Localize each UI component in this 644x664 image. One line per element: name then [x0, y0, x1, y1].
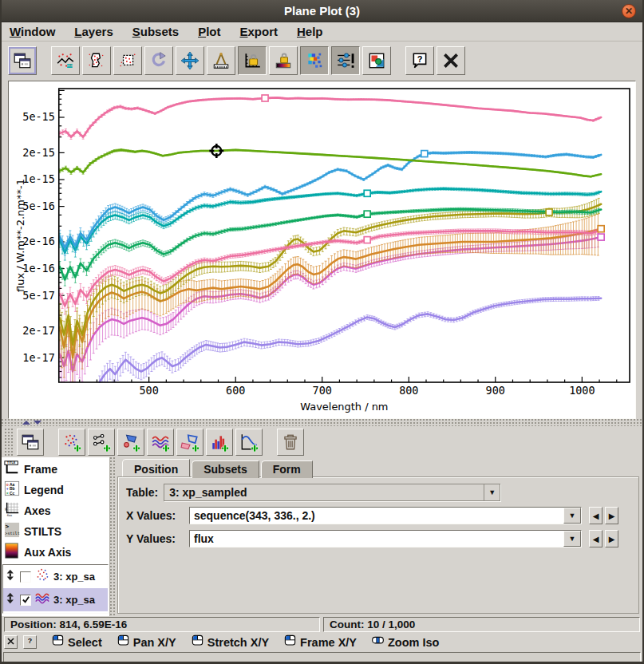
layers-toolbar — [2, 426, 642, 457]
control-item-legend[interactable]: o Aa+ Bb× CcLegend — [2, 480, 109, 500]
titlebar[interactable]: Plane Plot (3) ✕ — [2, 0, 642, 22]
window-close-button[interactable]: ✕ — [622, 4, 636, 18]
export-image-button[interactable] — [362, 46, 391, 75]
svg-text:1e-15: 1e-15 — [22, 172, 54, 185]
mouse-hint-pan-x-y: Pan X/Y — [117, 634, 176, 650]
panel-divider[interactable] — [110, 457, 116, 616]
toolbar-handle[interactable] — [5, 429, 14, 456]
axis-lock-button[interactable] — [238, 46, 267, 75]
layer-visible-checkbox[interactable] — [20, 571, 31, 583]
sketch-button[interactable] — [331, 46, 360, 75]
layer-detail-panel: Position Subsets Form Table: 3: xp_sampl… — [116, 457, 642, 616]
y-values-label: Y Values: — [126, 532, 184, 545]
menu-subsets[interactable]: Subsets — [132, 25, 179, 38]
svg-text:ñxx: ñxx — [7, 513, 12, 517]
tab-subsets[interactable]: Subsets — [192, 460, 259, 478]
mouse-hint-stretch-x-y: Stretch X/Y — [192, 634, 269, 650]
control-item-label: Legend — [24, 484, 64, 496]
rotate-icon — [149, 51, 168, 70]
close-window-button[interactable] — [437, 46, 465, 75]
control-item-axes[interactable]: ñxxŷAxes — [2, 500, 109, 521]
layer-updown-icon[interactable] — [5, 569, 17, 584]
delete-layer-button[interactable] — [277, 429, 304, 456]
y-values-value: flux — [190, 531, 563, 547]
y-values-input[interactable]: flux ▼ — [189, 530, 582, 547]
chevron-down-icon[interactable]: ▼ — [563, 531, 581, 547]
control-item-aux-axis[interactable]: Aux Axis — [2, 542, 109, 563]
hints-help-button[interactable]: ? — [23, 635, 37, 649]
y-next-column-button[interactable]: ▶ — [605, 530, 618, 547]
plot-window-icon — [21, 433, 40, 452]
control-item-frame[interactable]: TITLEFrame — [2, 459, 109, 480]
mouse-hints-bar: ?SelectPan X/YStretch X/YFrame X/YZoom I… — [2, 633, 642, 651]
menu-window[interactable]: Window — [10, 25, 55, 38]
count-readout: Count: 10 / 1,000 — [323, 617, 640, 632]
mouse-left-icon — [192, 634, 203, 650]
tab-form[interactable]: Form — [261, 460, 313, 478]
svg-text:800: 800 — [399, 384, 418, 397]
measure-button[interactable] — [207, 46, 235, 75]
svg-text:2e-15: 2e-15 — [22, 146, 54, 159]
y-prev-column-button[interactable]: ◀ — [589, 530, 603, 547]
control-item-label: Aux Axis — [24, 546, 71, 559]
svg-text:600: 600 — [226, 384, 245, 397]
add-position-layer-button[interactable] — [58, 429, 85, 456]
layer-row-1[interactable]: 3: xp_sa — [3, 588, 108, 611]
mouse-left-icon — [284, 634, 296, 650]
layer-visible-checkbox[interactable] — [20, 595, 31, 606]
layers-list: 3: xp_sa3: xp_sa — [2, 564, 109, 614]
control-list: TITLEFrameo Aa+ Bb× CcLegendñxxŷAxes>>st… — [2, 459, 109, 563]
menu-help[interactable]: Help — [297, 25, 323, 38]
svg-text:1e-17: 1e-17 — [22, 351, 54, 364]
x-values-input[interactable]: sequence(343, 336., 2.) ▼ — [189, 507, 582, 524]
layer-row-0[interactable]: 3: xp_sa — [3, 565, 108, 588]
help-button[interactable]: ? — [405, 46, 434, 75]
svg-text:flux / W.m**-2.nm**-1: flux / W.m**-2.nm**-1 — [14, 179, 26, 292]
add-quad-layer-button[interactable] — [176, 429, 203, 456]
x-values-value: sequence(343, 336., 2.) — [190, 508, 563, 524]
svg-text:1e-16: 1e-16 — [22, 262, 54, 275]
x-prev-column-button[interactable]: ◀ — [589, 507, 603, 524]
chevron-down-icon[interactable]: ▼ — [563, 508, 581, 524]
split-expand-icon[interactable] — [22, 421, 30, 425]
x-next-column-button[interactable]: ▶ — [605, 507, 618, 524]
table-select-value: 3: xp_sampled — [169, 486, 247, 499]
control-item-stilts[interactable]: >>stiltsSTILTS — [2, 521, 109, 542]
tab-position[interactable]: Position — [122, 459, 190, 476]
layer-blob-button[interactable] — [82, 46, 111, 75]
plot-window-button[interactable] — [8, 46, 37, 75]
layer-marks-button[interactable] — [51, 46, 80, 75]
menu-layers[interactable]: Layers — [74, 25, 113, 38]
plot-canvas[interactable]: 50060070080090010005e-152e-151e-155e-162… — [9, 81, 635, 418]
svg-text:>stilts: >stilts — [5, 531, 20, 536]
dismiss-hints-button[interactable] — [4, 635, 18, 649]
layer-updown-icon[interactable] — [5, 592, 17, 607]
menu-export[interactable]: Export — [239, 25, 278, 38]
replot-button[interactable] — [144, 46, 173, 75]
svg-text:2e-16: 2e-16 — [22, 235, 54, 247]
layer-square-button[interactable] — [113, 46, 142, 75]
add-function-layer-button[interactable] — [235, 429, 263, 456]
chevron-down-icon[interactable]: ▼ — [484, 484, 500, 500]
split-collapse-icon[interactable] — [34, 421, 41, 425]
legend-icon: o Aa+ Bb× Cc — [4, 480, 20, 500]
split-divider[interactable] — [2, 419, 642, 426]
control-panel: TITLEFrameo Aa+ Bb× CcLegendñxxŷAxes>>st… — [2, 457, 110, 616]
mouse-left-icon — [52, 634, 64, 650]
svg-text:500: 500 — [139, 384, 158, 397]
navigate-button[interactable] — [176, 46, 204, 75]
menu-plot[interactable]: Plot — [198, 25, 220, 38]
table-select[interactable]: 3: xp_sampled ▼ — [164, 484, 500, 501]
aux-shader-button[interactable] — [300, 46, 329, 75]
add-histogram-layer-button[interactable] — [206, 429, 233, 456]
add-area-layer-button[interactable] — [117, 429, 144, 456]
aux-lock-button[interactable] — [269, 46, 298, 75]
plot-window-button-2[interactable] — [17, 429, 44, 456]
mouse-hint-label: Frame X/Y — [300, 636, 357, 649]
add-histogram-icon — [210, 433, 229, 452]
add-pair-layer-button[interactable] — [88, 429, 115, 456]
add-spectrogram-layer-button[interactable] — [147, 429, 174, 456]
plot-window-icon — [13, 51, 32, 70]
svg-text:700: 700 — [313, 384, 332, 397]
scatter-layer-icon — [34, 567, 50, 587]
